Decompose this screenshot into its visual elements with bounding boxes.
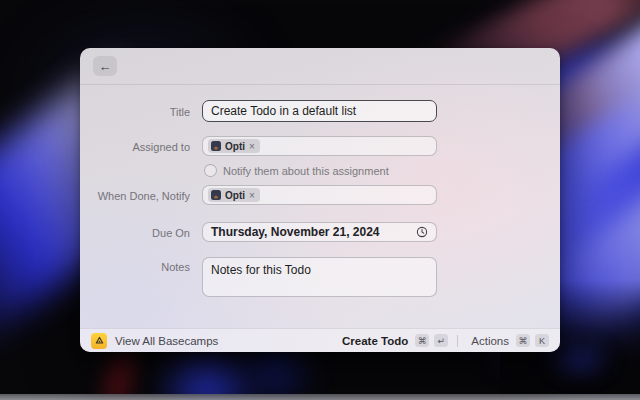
title-input[interactable]: [202, 100, 437, 122]
notes-label: Notes: [80, 261, 190, 273]
basecamp-icon: [91, 333, 107, 349]
back-button[interactable]: ←: [93, 56, 117, 76]
notify-tag-remove-icon[interactable]: ×: [249, 190, 255, 201]
header-divider: [80, 84, 560, 85]
title-label: Title: [80, 106, 190, 118]
notes-input[interactable]: Notes for this Todo: [202, 257, 437, 297]
assignee-tag-remove-icon[interactable]: ×: [249, 141, 255, 152]
assignee-tag-label: Opti: [225, 141, 245, 152]
assignee-avatar-icon: [211, 141, 221, 151]
return-key-icon: ↵: [434, 334, 448, 347]
due-on-value: Thursday, November 21, 2024: [211, 225, 380, 239]
k-key-icon: K: [535, 334, 549, 347]
due-on-input[interactable]: Thursday, November 21, 2024: [202, 222, 437, 242]
notify-avatar-icon: [211, 190, 221, 200]
action-bar: View All Basecamps Create Todo ⌘ ↵ Actio…: [80, 328, 560, 352]
notify-tag-label: Opti: [225, 190, 245, 201]
assigned-to-label: Assigned to: [80, 141, 190, 153]
cmd-key-icon: ⌘: [415, 334, 429, 347]
assigned-to-input[interactable]: Opti ×: [202, 136, 437, 156]
assignee-tag[interactable]: Opti ×: [208, 139, 260, 153]
notify-checkbox-label[interactable]: Notify them about this assignment: [223, 165, 389, 177]
when-done-notify-input[interactable]: Opti ×: [202, 185, 437, 205]
create-todo-window: ← Title Assigned to Opti × Notify them a…: [80, 48, 560, 352]
actions-button[interactable]: Actions: [471, 335, 509, 347]
view-all-basecamps[interactable]: View All Basecamps: [91, 333, 342, 349]
wallpaper-bottom-strip: [0, 394, 640, 400]
create-todo-button[interactable]: Create Todo: [342, 335, 408, 347]
notify-tag[interactable]: Opti ×: [208, 188, 260, 202]
when-done-notify-label: When Done, Notify: [80, 190, 190, 202]
notify-checkbox[interactable]: [204, 164, 217, 177]
view-all-basecamps-label: View All Basecamps: [115, 335, 218, 347]
desktop: ← Title Assigned to Opti × Notify them a…: [0, 0, 640, 400]
cmd-key-icon-2: ⌘: [516, 334, 530, 347]
back-arrow-icon: ←: [99, 59, 112, 74]
footer-actions: Create Todo ⌘ ↵ Actions ⌘ K: [342, 334, 549, 347]
clock-icon: [416, 226, 428, 238]
footer-divider: [457, 335, 458, 347]
due-on-label: Due On: [80, 227, 190, 239]
